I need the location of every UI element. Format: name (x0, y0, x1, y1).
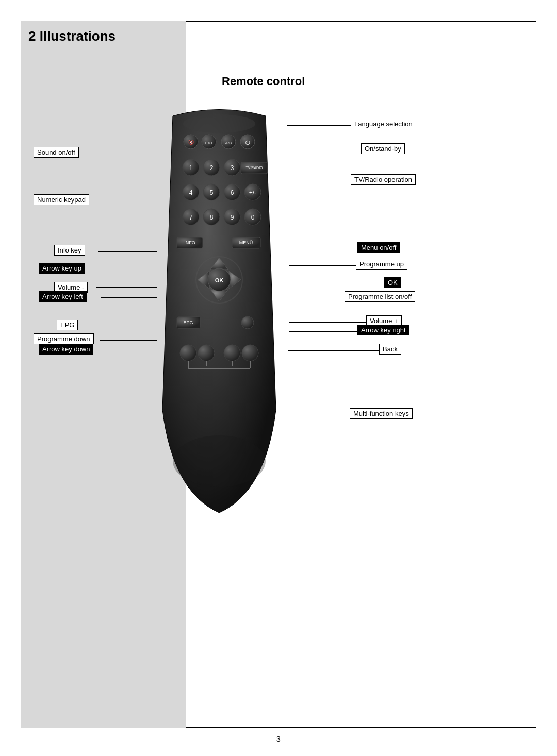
label-numeric-keypad: Numeric keypad (34, 194, 89, 205)
label-arrow-key-right: Arrow key right (357, 325, 409, 335)
svg-text:3: 3 (231, 164, 234, 172)
svg-text:+/-: +/- (249, 189, 256, 196)
svg-text:EXT: EXT (205, 141, 213, 145)
connector-programme-list (288, 298, 345, 298)
svg-text:6: 6 (231, 189, 234, 196)
label-epg: EPG (57, 320, 78, 330)
connector-menu (287, 249, 357, 249)
svg-point-0 (183, 114, 255, 133)
svg-text:4: 4 (189, 189, 193, 196)
svg-point-48 (198, 345, 215, 361)
svg-text:9: 9 (231, 214, 234, 221)
label-language-selection: Language selection (351, 119, 416, 129)
svg-text:🔇: 🔇 (188, 139, 194, 145)
label-info-key: Info key (54, 245, 85, 256)
connector-epg (100, 326, 157, 326)
svg-point-47 (180, 345, 196, 361)
connector-arrow-up (101, 268, 158, 268)
svg-text:OK: OK (215, 277, 224, 283)
svg-text:INFO: INFO (184, 240, 195, 245)
label-programme-down: Programme down (34, 333, 94, 344)
connector-language (287, 125, 351, 126)
svg-point-49 (224, 345, 240, 361)
page-number: 3 (276, 735, 281, 743)
svg-text:EPG: EPG (183, 320, 193, 325)
svg-text:MENÜ: MENÜ (239, 240, 253, 245)
connector-arrow-left (101, 297, 157, 298)
label-arrow-key-down: Arrow key down (39, 344, 93, 355)
label-tv-radio: TV/Radio operation (351, 174, 416, 185)
svg-text:TV/RADIO: TV/RADIO (245, 166, 263, 170)
svg-text:7: 7 (189, 214, 193, 221)
connector-programme-down (100, 340, 157, 341)
section-title: 2 Illustrations (28, 28, 116, 44)
svg-point-46 (241, 316, 254, 329)
connector-arrow-right (289, 331, 357, 332)
remote-control-image: 🔇 EXT A/B ⏻ 1 2 3 TV/RADIO 4 5 6 +/- 7 (152, 100, 286, 518)
connector-arrow-down (100, 351, 157, 351)
connector-back (288, 350, 379, 351)
svg-text:A/B: A/B (225, 141, 232, 145)
connector-programme-up (289, 265, 356, 266)
svg-text:0: 0 (251, 214, 255, 221)
svg-text:1: 1 (189, 164, 193, 172)
connector-volume-minus (96, 287, 157, 288)
connector-volume-plus (289, 322, 366, 323)
connector-ok (290, 284, 384, 284)
label-arrow-key-left: Arrow key left (39, 291, 87, 302)
svg-text:⏻: ⏻ (245, 140, 250, 145)
label-menu-on-off: Menu on/off (357, 242, 400, 253)
remote-control-title: Remote control (222, 75, 305, 88)
label-programme-list: Programme list on/off (345, 291, 415, 302)
label-multi-function: Multi-function keys (350, 408, 413, 419)
label-arrow-key-up: Arrow key up (39, 263, 85, 274)
label-on-standby: On/stand-by (361, 143, 405, 154)
label-ok: OK (384, 277, 401, 288)
connector-numeric (102, 201, 155, 201)
label-programme-up: Programme up (356, 259, 407, 270)
label-sound-on-off: Sound on/off (34, 147, 79, 158)
label-back: Back (379, 344, 401, 355)
svg-text:2: 2 (210, 164, 214, 172)
connector-standby (289, 150, 361, 150)
connector-info (98, 251, 157, 252)
svg-text:5: 5 (210, 189, 214, 196)
connector-sound (101, 154, 155, 154)
svg-point-56 (173, 435, 266, 487)
svg-text:8: 8 (210, 214, 214, 221)
connector-multi-function (286, 415, 350, 415)
connector-tv-radio (291, 181, 351, 181)
svg-point-50 (242, 345, 258, 361)
